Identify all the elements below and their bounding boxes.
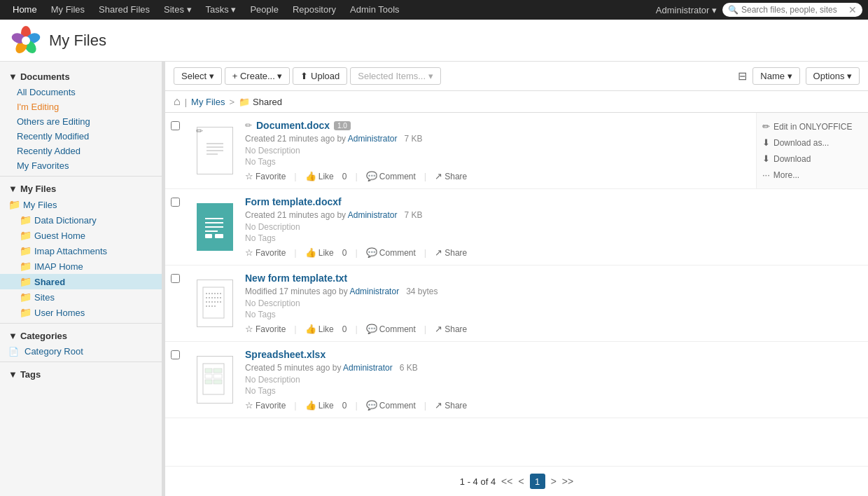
thumb-icon-1: 👍 xyxy=(305,171,316,181)
share-button-4[interactable]: ↗ Share xyxy=(435,400,467,411)
file-name-link-2[interactable]: Form template.docxf xyxy=(245,196,342,207)
categories-label: Categories xyxy=(20,331,67,341)
checkbox-2[interactable] xyxy=(171,198,180,207)
selected-items-button[interactable]: Selected Items... ▾ xyxy=(350,67,440,85)
like-button-2[interactable]: 👍 Like xyxy=(305,247,334,258)
sidebar-folder-user-homes[interactable]: 📁 User Homes xyxy=(0,305,162,320)
svg-rect-22 xyxy=(203,364,224,394)
favorite-button-3[interactable]: ☆ Favorite xyxy=(245,324,286,334)
file-author-link-1[interactable]: Administrator xyxy=(348,134,398,144)
nav-repository[interactable]: Repository xyxy=(286,0,343,20)
main-content: Select ▾ + Create... ▾ ⬆ Upload Selected… xyxy=(165,62,868,496)
download-as-icon: ⬇ xyxy=(762,137,770,148)
pagination-current-page[interactable]: 1 xyxy=(530,474,545,489)
nav-sharedfiles[interactable]: Shared Files xyxy=(92,0,157,20)
comment-button-3[interactable]: 💬 Comment xyxy=(366,324,416,334)
sidebar-folder-guest-home[interactable]: 📁 Guest Home xyxy=(0,228,162,243)
admin-menu-button[interactable]: Administrator ▾ xyxy=(656,5,717,15)
favorite-button-1[interactable]: ☆ Favorite xyxy=(245,171,286,181)
select-button[interactable]: Select ▾ xyxy=(174,67,222,85)
file-name-row-2: Form template.docxf xyxy=(245,196,862,207)
sidebar-folder-imap-home[interactable]: 📁 IMAP Home xyxy=(0,259,162,274)
checkbox-4[interactable] xyxy=(171,350,180,359)
file-name-row-3: New form template.txt xyxy=(245,273,862,284)
more-button[interactable]: ··· More... xyxy=(762,168,862,181)
sidebar-folder-myfiles[interactable]: 📁 My Files xyxy=(0,197,162,212)
star-icon-4: ☆ xyxy=(245,400,253,411)
breadcrumb-myfiles[interactable]: My Files xyxy=(191,97,225,107)
file-name-link-1[interactable]: Document.docx xyxy=(256,120,330,131)
file-info-2: Form template.docxf Created 21 minutes a… xyxy=(239,189,868,265)
documents-label: Documents xyxy=(20,71,70,82)
file-author-link-2[interactable]: Administrator xyxy=(348,210,398,220)
file-name-link-3[interactable]: New form template.txt xyxy=(245,273,347,284)
nav-sites[interactable]: Sites ▾ xyxy=(157,0,199,20)
like-button-4[interactable]: 👍 Like xyxy=(305,400,334,411)
file-meta-4: Created 5 minutes ago by Administrator 6… xyxy=(245,363,862,373)
checkbox-1[interactable] xyxy=(171,121,180,130)
search-input[interactable] xyxy=(741,5,848,15)
edit-onlyoffice-button[interactable]: ✏ Edit in ONLYOFFICE xyxy=(762,120,862,133)
file-checkbox-2[interactable] xyxy=(165,189,190,265)
sidebar-item-recently-modified[interactable]: Recently Modified xyxy=(0,129,162,144)
nav-home[interactable]: Home xyxy=(6,0,44,20)
favorite-button-4[interactable]: ☆ Favorite xyxy=(245,400,286,411)
breadcrumb-home-icon[interactable]: ⌂ xyxy=(174,95,181,108)
sidebar-section-myfiles[interactable]: ▼ My Files xyxy=(0,179,162,197)
file-author-link-4[interactable]: Administrator xyxy=(343,363,393,373)
share-button-2[interactable]: ↗ Share xyxy=(435,247,467,258)
sidebar-folder-category-root[interactable]: 📄 Category Root xyxy=(0,344,162,359)
nav-admintools[interactable]: Admin Tools xyxy=(343,0,407,20)
sidebar-folder-data-dictionary[interactable]: 📁 Data Dictionary xyxy=(0,212,162,228)
sidebar-item-my-favorites[interactable]: My Favorites xyxy=(0,158,162,173)
close-icon[interactable]: ✕ xyxy=(848,4,857,15)
file-checkbox-1[interactable] xyxy=(165,113,190,188)
file-name-link-4[interactable]: Spreadsheet.xlsx xyxy=(245,349,326,360)
page-title: My Files xyxy=(49,32,106,50)
sidebar-item-recently-added[interactable]: Recently Added xyxy=(0,144,162,158)
pagination-prev-button[interactable]: < xyxy=(518,476,524,487)
sidebar-folder-sites[interactable]: 📁 Sites xyxy=(0,289,162,305)
sidebar-section-categories[interactable]: ▼ Categories xyxy=(0,326,162,344)
comment-button-4[interactable]: 💬 Comment xyxy=(366,400,416,411)
table-row: Spreadsheet.xlsx Created 5 minutes ago b… xyxy=(165,342,868,418)
toolbar-right: ⊟ Name ▾ Options ▾ xyxy=(738,67,860,85)
pagination-next-button[interactable]: > xyxy=(551,476,556,487)
file-checkbox-3[interactable] xyxy=(165,266,190,341)
sidebar-folder-shared[interactable]: 📁 Shared xyxy=(0,274,162,289)
breadcrumb-sep-1: | xyxy=(185,97,187,107)
favorite-button-2[interactable]: ☆ Favorite xyxy=(245,247,286,258)
like-button-1[interactable]: 👍 Like xyxy=(305,171,334,181)
checkbox-3[interactable] xyxy=(171,274,180,283)
options-button[interactable]: Options ▾ xyxy=(806,67,860,85)
sidebar-section-tags[interactable]: ▼ Tags xyxy=(0,365,162,383)
name-sort-button[interactable]: Name ▾ xyxy=(752,67,799,85)
sidebar-folder-imap-attachments[interactable]: 📁 Imap Attachments xyxy=(0,243,162,259)
sidebar-item-im-editing[interactable]: I'm Editing xyxy=(0,99,162,114)
share-button-3[interactable]: ↗ Share xyxy=(435,324,467,334)
top-nav-right: Administrator ▾ 🔍 ✕ xyxy=(656,3,862,17)
download-as-button[interactable]: ⬇ Download as... xyxy=(762,136,862,149)
sort-view-icon[interactable]: ⊟ xyxy=(738,69,747,83)
like-button-3[interactable]: 👍 Like xyxy=(305,324,334,334)
nav-myfiles[interactable]: My Files xyxy=(44,0,92,20)
file-checkbox-4[interactable] xyxy=(165,342,190,418)
comment-button-1[interactable]: 💬 Comment xyxy=(366,171,416,181)
upload-button[interactable]: ⬆ Upload xyxy=(293,67,347,85)
create-button[interactable]: + Create... ▾ xyxy=(225,67,290,85)
sidebar-section-documents[interactable]: ▼ Documents xyxy=(0,67,162,85)
sidebar-item-others-editing[interactable]: Others are Editing xyxy=(0,114,162,129)
comment-button-2[interactable]: 💬 Comment xyxy=(366,247,416,258)
share-icon-2: ↗ xyxy=(435,247,442,258)
nav-tasks[interactable]: Tasks ▾ xyxy=(199,0,244,20)
file-author-link-3[interactable]: Administrator xyxy=(349,287,399,296)
pagination-first-button[interactable]: << xyxy=(501,476,512,487)
file-desc-4: No Description xyxy=(245,375,862,385)
sidebar-item-all-documents[interactable]: All Documents xyxy=(0,85,162,99)
download-button[interactable]: ⬇ Download xyxy=(762,152,862,165)
nav-people[interactable]: People xyxy=(243,0,285,20)
file-thumbnail-2 xyxy=(190,189,239,265)
thumb-icon-3: 👍 xyxy=(305,324,316,334)
pagination-last-button[interactable]: >> xyxy=(562,476,573,487)
share-button-1[interactable]: ↗ Share xyxy=(435,171,467,181)
